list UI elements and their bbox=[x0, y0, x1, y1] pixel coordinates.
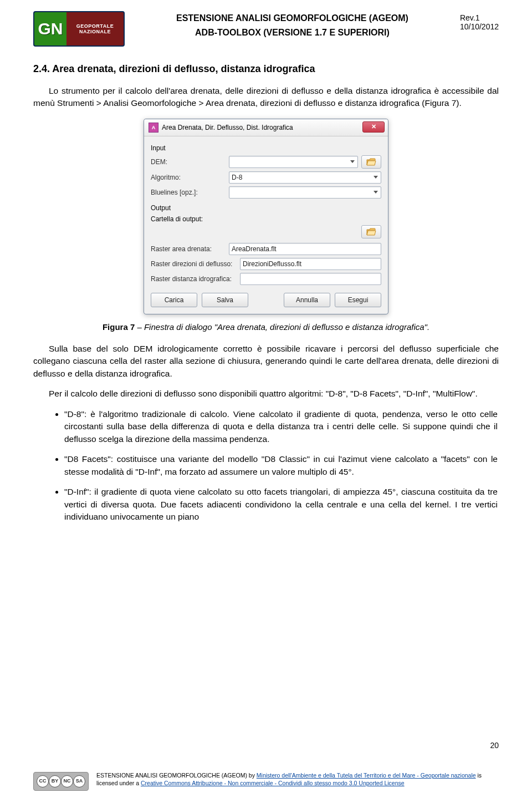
row-raster-dist: Raster distanza idrografica: bbox=[151, 273, 381, 285]
list-item-dinf: "D-Inf": il gradiente di quota viene cal… bbox=[64, 486, 499, 523]
raster-area-value: AreaDrenata.flt bbox=[232, 245, 277, 253]
figure-caption-bold: Figura 7 bbox=[103, 322, 135, 332]
header-title-line1: ESTENSIONE ANALISI GEOMORFOLOGICHE (AGEO… bbox=[135, 13, 450, 23]
list-item-d8facets: "D8 Facets": costituisce una variante de… bbox=[64, 453, 499, 478]
chevron-down-icon bbox=[374, 191, 378, 194]
outdir-browse-button[interactable] bbox=[361, 225, 381, 238]
algorithm-list: "D-8": è l'algoritmo tradizionale di cal… bbox=[33, 408, 499, 523]
dialog-icon: A bbox=[149, 123, 158, 133]
header-meta: Rev.1 10/10/2012 bbox=[460, 11, 499, 31]
figure-caption: Figura 7 – Finestra di dialogo "Area dre… bbox=[33, 322, 499, 332]
esegui-button[interactable]: Esegui bbox=[335, 293, 381, 307]
dialog-titlebar: A Area Drenata, Dir. Deflusso, Dist. Idr… bbox=[144, 119, 388, 136]
list-item-d8: "D-8": è l'algoritmo tradizionale di cal… bbox=[64, 408, 499, 445]
footer-link-license[interactable]: Creative Commons Attribuzione - Non comm… bbox=[141, 780, 405, 786]
close-button[interactable]: ✕ bbox=[362, 121, 385, 133]
algoritmo-value: D-8 bbox=[232, 174, 242, 181]
folder-open-icon bbox=[366, 228, 376, 236]
algoritmo-label: Algoritmo: bbox=[151, 174, 226, 181]
cc-license-badge: CC BY NC SA bbox=[33, 772, 89, 791]
dialog-buttons: Carica Salva Annulla Esegui bbox=[151, 293, 381, 307]
outdir-label: Cartella di output: bbox=[151, 215, 381, 223]
folder-open-icon bbox=[366, 158, 376, 166]
row-outdir bbox=[151, 225, 381, 238]
dialog-body: Input DEM: Algoritmo: D-8 Bluelines [opz… bbox=[144, 136, 388, 314]
cc-icon: CC bbox=[37, 775, 49, 787]
close-icon: ✕ bbox=[371, 123, 376, 130]
row-bluelines: Bluelines [opz.]: bbox=[151, 186, 381, 199]
raster-dir-value: DirezioniDeflusso.flt bbox=[243, 260, 301, 268]
row-raster-dir: Raster direzioni di deflusso: DirezioniD… bbox=[151, 258, 381, 270]
logo: GN GEOPORTALE NAZIONALE bbox=[33, 11, 125, 47]
dem-label: DEM: bbox=[151, 158, 226, 166]
section-heading: 2.4. Area drenata, direzioni di deflusso… bbox=[33, 63, 499, 75]
dialog-window: A Area Drenata, Dir. Deflusso, Dist. Idr… bbox=[144, 119, 388, 314]
chevron-down-icon bbox=[374, 176, 378, 179]
by-icon: BY bbox=[49, 775, 61, 787]
footer-by: by bbox=[247, 772, 257, 779]
header-title-line2: ADB-TOOLBOX (VERSIONE 1.7 E SUPERIORI) bbox=[135, 28, 450, 38]
logo-line2: NAZIONALE bbox=[71, 29, 119, 34]
revision-label: Rev.1 bbox=[460, 13, 499, 22]
raster-dist-field[interactable] bbox=[240, 273, 381, 285]
logo-initials: GN bbox=[33, 11, 66, 47]
nc-icon: NC bbox=[61, 775, 73, 787]
paragraph-2: Per il calcolo delle direzioni di deflus… bbox=[33, 388, 499, 400]
output-group-heading: Output bbox=[151, 204, 381, 212]
algoritmo-dropdown[interactable]: D-8 bbox=[229, 171, 381, 184]
figure-7: A Area Drenata, Dir. Deflusso, Dist. Idr… bbox=[33, 119, 499, 332]
row-dem: DEM: bbox=[151, 155, 381, 169]
footer-title: ESTENSIONE ANALISI GEOMORFOLOGICHE (AGEO… bbox=[96, 772, 247, 779]
footer-text: ESTENSIONE ANALISI GEOMORFOLOGICHE (AGEO… bbox=[96, 772, 499, 787]
bluelines-dropdown[interactable] bbox=[229, 186, 381, 199]
dialog-title-text: Area Drenata, Dir. Deflusso, Dist. Idrog… bbox=[162, 124, 293, 131]
chevron-down-icon bbox=[350, 160, 355, 163]
logo-text: GEOPORTALE NAZIONALE bbox=[66, 11, 125, 47]
footer-link-ministry[interactable]: Ministero dell'Ambiente e della Tutela d… bbox=[257, 772, 476, 779]
annulla-button[interactable]: Annulla bbox=[284, 293, 330, 307]
figure-caption-rest: – Finestra di dialogo "Area drenata, dir… bbox=[135, 322, 429, 332]
raster-dist-label: Raster distanza idrografica: bbox=[151, 275, 237, 283]
row-algoritmo: Algoritmo: D-8 bbox=[151, 171, 381, 184]
revision-date: 10/10/2012 bbox=[460, 22, 499, 31]
salva-button[interactable]: Salva bbox=[202, 293, 248, 307]
paragraph-1: Sulla base del solo DEM idrologicamente … bbox=[33, 343, 499, 380]
dem-browse-button[interactable] bbox=[361, 155, 381, 169]
page-number: 20 bbox=[490, 741, 499, 750]
sa-icon: SA bbox=[73, 775, 85, 787]
page-header: GN GEOPORTALE NAZIONALE ESTENSIONE ANALI… bbox=[33, 11, 499, 47]
logo-line1: GEOPORTALE bbox=[71, 23, 119, 29]
page-footer: CC BY NC SA ESTENSIONE ANALISI GEOMORFOL… bbox=[33, 772, 499, 791]
row-raster-area: Raster area drenata: AreaDrenata.flt bbox=[151, 243, 381, 255]
header-title-block: ESTENSIONE ANALISI GEOMORFOLOGICHE (AGEO… bbox=[135, 11, 450, 38]
raster-dir-label: Raster direzioni di deflusso: bbox=[151, 260, 237, 268]
raster-dir-field[interactable]: DirezioniDeflusso.flt bbox=[240, 258, 381, 270]
input-group-heading: Input bbox=[151, 144, 381, 152]
raster-area-field[interactable]: AreaDrenata.flt bbox=[229, 243, 381, 255]
carica-button[interactable]: Carica bbox=[151, 293, 197, 307]
bluelines-label: Bluelines [opz.]: bbox=[151, 189, 226, 196]
raster-area-label: Raster area drenata: bbox=[151, 245, 226, 253]
dem-dropdown[interactable] bbox=[229, 156, 358, 168]
intro-paragraph: Lo strumento per il calcolo dell'area dr… bbox=[33, 85, 499, 110]
